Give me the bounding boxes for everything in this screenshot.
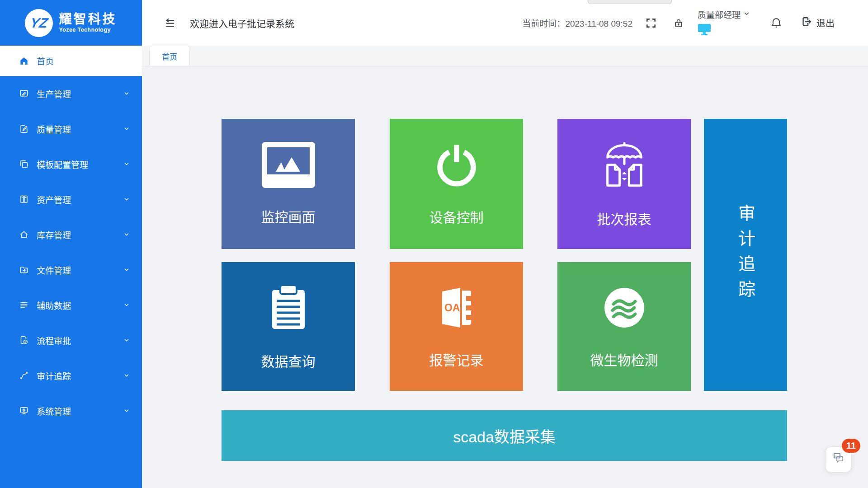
tile-label: 设备控制 xyxy=(429,206,484,226)
waves-circle-icon xyxy=(601,284,648,333)
sidebar-item-aux-data[interactable]: 辅助数据 xyxy=(0,287,142,323)
picture-icon xyxy=(262,142,315,190)
tile-alarm-records[interactable]: OA 报警记录 xyxy=(390,262,523,391)
chevron-down-icon xyxy=(123,408,130,414)
sidebar-item-audit[interactable]: 审计追踪 xyxy=(0,358,142,393)
tile-device-control[interactable]: 设备控制 xyxy=(390,119,523,249)
clipboard-icon xyxy=(266,283,311,334)
approval-icon xyxy=(19,335,29,345)
sidebar-item-production[interactable]: 生产管理 xyxy=(0,76,142,111)
template-config-icon xyxy=(19,159,29,169)
tab-label: 首页 xyxy=(162,51,177,62)
sidebar-item-label: 资产管理 xyxy=(37,193,71,206)
quality-icon xyxy=(19,124,29,134)
tile-label: scada数据采集 xyxy=(453,425,556,447)
sidebar-item-system[interactable]: 系统管理 xyxy=(0,393,142,428)
svg-text:OA: OA xyxy=(444,302,460,314)
chevron-down-icon xyxy=(123,196,130,202)
sidebar-item-file[interactable]: 文件管理 xyxy=(0,252,142,287)
sidebar-item-label: 生产管理 xyxy=(37,88,71,100)
chat-bubbles-icon xyxy=(832,452,845,467)
oa-document-icon: OA xyxy=(433,284,480,333)
logo-circle: YZ xyxy=(25,9,53,37)
bell-icon[interactable] xyxy=(770,17,783,29)
app-logo: YZ 耀智科技 Yozee Technology xyxy=(0,0,142,46)
chevron-down-icon xyxy=(743,9,750,19)
umbrella-documents-icon xyxy=(600,140,649,192)
sidebar-item-label: 库存管理 xyxy=(37,229,71,241)
logo-monogram: YZ xyxy=(29,15,49,31)
chevron-down-icon xyxy=(123,267,130,273)
sidebar-item-label: 质量管理 xyxy=(37,123,71,135)
lock-icon[interactable] xyxy=(673,18,684,28)
page-title: 欢迎进入电子批记录系统 xyxy=(190,16,294,30)
tile-scada-collect[interactable]: scada数据采集 xyxy=(222,410,787,461)
sidebar-item-label: 辅助数据 xyxy=(37,299,71,311)
aux-data-icon xyxy=(19,300,29,310)
tile-label: 审计追踪 xyxy=(733,204,758,305)
tile-microbial-testing[interactable]: 微生物检测 xyxy=(557,262,691,391)
system-icon xyxy=(19,406,29,416)
chevron-down-icon xyxy=(123,90,130,97)
tab-home[interactable]: 首页 xyxy=(149,46,190,66)
sidebar-item-label: 模板配置管理 xyxy=(37,158,88,170)
sidebar-item-approval[interactable]: 流程审批 xyxy=(0,323,142,358)
logout-icon xyxy=(800,15,812,30)
tile-label: 批次报表 xyxy=(597,208,651,228)
monitor-icon[interactable] xyxy=(698,23,711,38)
chevron-down-icon xyxy=(123,372,130,379)
tile-label: 监控画面 xyxy=(261,206,316,226)
sidebar-item-template-config[interactable]: 模板配置管理 xyxy=(0,146,142,182)
chat-unread-badge: 11 xyxy=(842,439,860,453)
user-role-dropdown[interactable]: 质量部经理 xyxy=(698,8,750,38)
sidebar: YZ 耀智科技 Yozee Technology 首页 生产管理 xyxy=(0,0,142,488)
time-label: 当前时间： xyxy=(522,19,565,28)
asset-icon xyxy=(19,194,29,204)
current-time: 当前时间：2023-11-08 09:52 xyxy=(522,17,632,29)
tile-label: 微生物检测 xyxy=(590,349,658,369)
home-icon xyxy=(19,56,29,66)
logo-title: 耀智科技 xyxy=(59,12,117,27)
tile-monitor-screen[interactable]: 监控画面 xyxy=(222,119,355,249)
tile-data-query[interactable]: 数据查询 xyxy=(222,262,355,391)
sidebar-item-label: 流程审批 xyxy=(37,334,71,347)
sidebar-item-home[interactable]: 首页 xyxy=(0,46,142,76)
sidebar-item-label: 系统管理 xyxy=(37,405,71,417)
sidebar-item-label: 文件管理 xyxy=(37,264,71,276)
sidebar-item-inventory[interactable]: 库存管理 xyxy=(0,217,142,252)
sidebar-fold-icon[interactable] xyxy=(163,17,176,29)
time-value: 2023-11-08 09:52 xyxy=(565,19,632,28)
logout-button[interactable]: 退出 xyxy=(800,15,835,30)
fullscreen-icon[interactable] xyxy=(645,17,657,29)
power-icon xyxy=(433,141,480,190)
top-header: 欢迎进入电子批记录系统 当前时间：2023-11-08 09:52 质量部经理 xyxy=(142,0,868,46)
inventory-icon xyxy=(19,230,29,239)
sidebar-item-label: 首页 xyxy=(37,55,54,67)
logout-label: 退出 xyxy=(816,16,835,29)
tile-batch-report[interactable]: 批次报表 xyxy=(557,119,691,249)
user-role-label: 质量部经理 xyxy=(698,8,741,20)
sidebar-item-label: 审计追踪 xyxy=(37,370,71,382)
tab-bar: 首页 xyxy=(142,46,868,66)
chevron-down-icon xyxy=(123,231,130,238)
file-icon xyxy=(19,265,29,275)
tile-audit-trail[interactable]: 审计追踪 xyxy=(704,119,787,391)
production-icon xyxy=(19,89,29,99)
chevron-down-icon xyxy=(123,161,130,167)
audit-icon xyxy=(19,371,29,380)
tile-label: 数据查询 xyxy=(261,351,316,371)
partial-popup xyxy=(588,0,672,4)
chevron-down-icon xyxy=(123,337,130,343)
chevron-down-icon xyxy=(123,126,130,132)
sidebar-menu: 首页 生产管理 质量管理 模板配置管理 xyxy=(0,46,142,428)
tile-label: 报警记录 xyxy=(429,349,484,369)
home-dashboard: 监控画面 设备控制 批次报表 审计追踪 数据查询 OA 报警记录 微生物检测 xyxy=(142,66,868,488)
logo-subtitle: Yozee Technology xyxy=(59,27,117,33)
chevron-down-icon xyxy=(123,302,130,308)
sidebar-item-asset[interactable]: 资产管理 xyxy=(0,182,142,217)
sidebar-item-quality[interactable]: 质量管理 xyxy=(0,111,142,146)
